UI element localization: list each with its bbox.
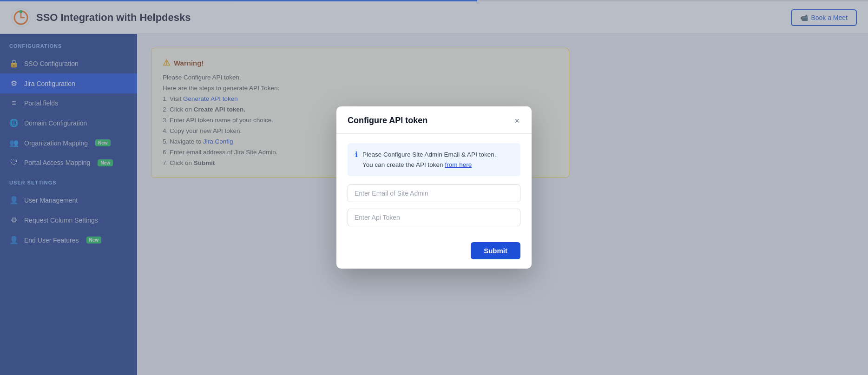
modal-footer: Submit bbox=[336, 242, 532, 269]
modal-overlay[interactable]: Configure API token × ℹ Please Configure… bbox=[0, 0, 868, 375]
modal-header: Configure API token × bbox=[336, 106, 532, 134]
api-token-input[interactable] bbox=[348, 209, 520, 226]
email-input[interactable] bbox=[348, 184, 520, 202]
submit-button[interactable]: Submit bbox=[471, 242, 520, 259]
configure-api-token-modal: Configure API token × ℹ Please Configure… bbox=[336, 106, 532, 269]
modal-body: ℹ Please Configure Site Admin Email & AP… bbox=[336, 134, 532, 242]
modal-title: Configure API token bbox=[348, 116, 427, 125]
modal-info-text: Please Configure Site Admin Email & API … bbox=[362, 150, 496, 170]
info-text-1: Please Configure Site Admin Email & API … bbox=[362, 151, 496, 158]
from-here-link[interactable]: from here bbox=[445, 161, 472, 168]
info-icon: ℹ bbox=[355, 150, 358, 170]
info-text-2: You can create the API token bbox=[362, 161, 445, 168]
modal-close-button[interactable]: × bbox=[513, 116, 520, 126]
modal-info-box: ℹ Please Configure Site Admin Email & AP… bbox=[348, 143, 520, 176]
